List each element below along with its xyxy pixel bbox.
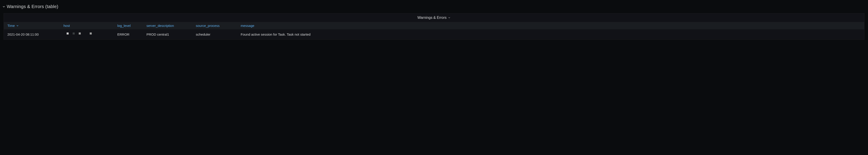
cell-time: 2021-04-20 08:11:00 — [6, 33, 62, 36]
column-header-time[interactable]: Time — [6, 24, 62, 28]
column-header-label: message — [241, 24, 254, 28]
square-icon — [73, 33, 75, 35]
square-icon — [67, 33, 69, 35]
column-header-label: source_process — [196, 24, 220, 28]
chevron-down-icon — [448, 16, 451, 19]
cell-serverdesc: PROD central1 — [145, 33, 194, 36]
panel-container: Warnings & Errors Time host log_level se… — [4, 13, 864, 40]
table-header-row: Time host log_level server_description s… — [4, 22, 864, 29]
column-header-loglevel[interactable]: log_level — [116, 24, 145, 28]
square-icon — [79, 33, 81, 35]
cell-host — [62, 33, 116, 36]
column-header-label: log_level — [117, 24, 130, 28]
cell-message: Found active session for Task. Task not … — [239, 33, 862, 36]
panel-inner-title-bar[interactable]: Warnings & Errors — [4, 13, 864, 22]
column-header-label: Time — [7, 24, 15, 28]
column-header-sourceproc[interactable]: source_process — [194, 24, 239, 28]
chevron-down-icon — [16, 25, 19, 27]
cell-sourceproc: scheduler — [194, 33, 239, 36]
column-header-label: server_description — [147, 24, 174, 28]
column-header-message[interactable]: message — [239, 24, 862, 28]
panel-inner-title: Warnings & Errors — [417, 16, 446, 20]
column-header-serverdesc[interactable]: server_description — [145, 24, 194, 28]
host-indicator — [63, 33, 115, 35]
square-icon — [90, 33, 92, 35]
chevron-down-icon — [2, 5, 5, 8]
column-header-label: host — [63, 24, 70, 28]
panel-title: Warnings & Errors (table) — [7, 4, 58, 9]
table-row[interactable]: 2021-04-20 08:11:00 ERROR PROD central1 … — [4, 29, 864, 39]
panel-collapse-header[interactable]: Warnings & Errors (table) — [0, 0, 868, 13]
column-header-host[interactable]: host — [62, 24, 116, 28]
cell-loglevel: ERROR — [116, 33, 145, 36]
log-table: Time host log_level server_description s… — [4, 22, 864, 39]
